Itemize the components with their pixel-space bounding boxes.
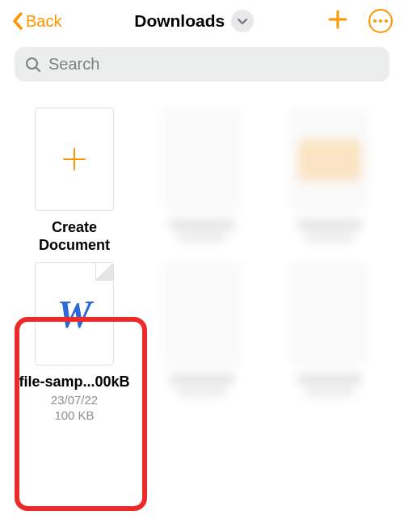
word-doc-icon: W: [57, 292, 92, 336]
file-item-blurred[interactable]: [142, 262, 262, 422]
file-date: 23/07/22: [51, 393, 98, 407]
file-size: 100 KB: [54, 408, 94, 422]
page-fold-icon: [95, 263, 113, 281]
chevron-down-icon: [237, 17, 248, 25]
page-title: Downloads: [134, 11, 225, 31]
chevron-left-icon: [11, 11, 24, 31]
more-options-button[interactable]: [368, 9, 393, 33]
file-item-blurred[interactable]: [270, 262, 389, 422]
create-document-button[interactable]: Create Document: [15, 108, 134, 254]
back-label: Back: [26, 12, 61, 31]
plus-icon: [326, 8, 349, 31]
search-input[interactable]: [48, 55, 380, 74]
file-item-blurred[interactable]: [270, 108, 389, 254]
svg-line-1: [36, 67, 40, 71]
create-document-label: Create Document: [39, 219, 110, 254]
add-button[interactable]: [326, 8, 349, 34]
plus-icon: [59, 144, 90, 175]
title-dropdown-button[interactable]: [231, 10, 254, 32]
back-button[interactable]: Back: [11, 11, 61, 31]
ellipsis-icon: [373, 19, 388, 23]
search-bar[interactable]: [15, 47, 389, 82]
file-item-blurred[interactable]: [142, 108, 262, 254]
create-document-thumb: [35, 108, 114, 211]
search-icon: [24, 56, 42, 74]
file-name: file-samp...00kB: [19, 374, 129, 391]
file-thumb: W: [35, 262, 114, 365]
file-item[interactable]: W file-samp...00kB 23/07/22 100 KB: [15, 262, 134, 422]
